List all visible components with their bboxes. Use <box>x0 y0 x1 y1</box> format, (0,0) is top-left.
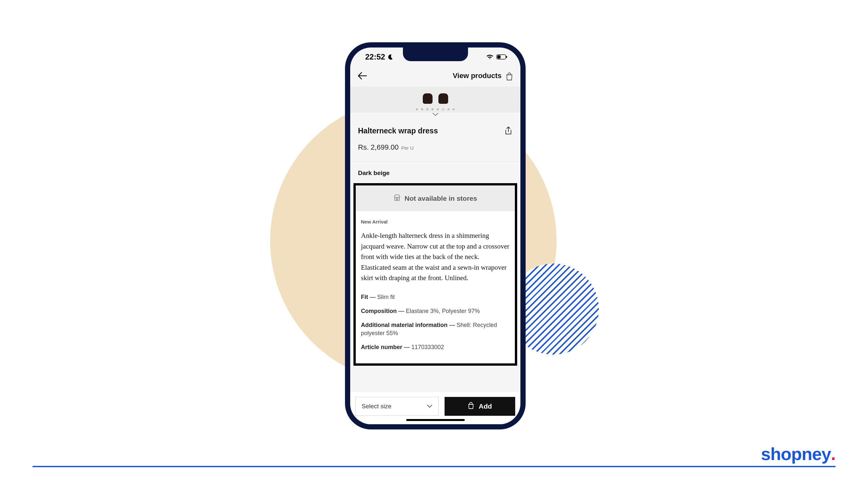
spec-article-label: Article number <box>361 344 402 350</box>
spec-composition-value: Elastane 3%, Polyester 97% <box>406 308 480 314</box>
add-button[interactable]: Add <box>444 397 516 416</box>
size-select-label: Select size <box>362 403 392 410</box>
product-title: Halterneck wrap dress <box>358 127 438 135</box>
battery-icon <box>496 54 507 60</box>
carousel-dot[interactable] <box>447 108 450 110</box>
carousel-dot[interactable] <box>426 108 428 110</box>
view-products-label[interactable]: View products <box>453 72 501 80</box>
chevron-down-icon <box>427 403 433 410</box>
do-not-disturb-icon <box>387 54 394 60</box>
bag-icon <box>468 402 474 411</box>
product-image-preview <box>423 93 448 104</box>
share-icon[interactable] <box>504 126 513 135</box>
carousel-dot-active[interactable] <box>442 108 444 110</box>
carousel-dot[interactable] <box>432 108 434 110</box>
svg-rect-2 <box>506 56 507 58</box>
size-select[interactable]: Select size <box>355 397 439 416</box>
highlighted-details-box: Not available in stores New Arrival Ankl… <box>353 183 517 366</box>
product-image[interactable] <box>350 87 520 112</box>
expand-image-chevron[interactable] <box>350 112 520 119</box>
availability-banner: Not available in stores <box>356 186 515 211</box>
spec-fit-label: Fit <box>361 294 368 300</box>
price-row: Rs. 2,699.00 Per U <box>350 137 520 153</box>
phone-screen: 22:52 View products <box>350 47 520 424</box>
carousel-dots[interactable] <box>416 108 455 110</box>
brand-underline <box>33 466 835 467</box>
home-indicator[interactable] <box>406 419 465 421</box>
carousel-dot[interactable] <box>421 108 423 110</box>
svg-rect-1 <box>497 55 501 59</box>
back-arrow-icon[interactable] <box>358 72 367 80</box>
spec-article: Article number — 1170333002 <box>361 343 510 351</box>
phone-notch <box>403 47 468 61</box>
spec-composition-label: Composition <box>361 308 397 314</box>
color-label: Dark beige <box>350 162 520 179</box>
wifi-icon <box>486 54 494 60</box>
spec-composition: Composition — Elastane 3%, Polyester 97% <box>361 307 510 315</box>
app-header: View products <box>350 66 520 87</box>
status-left: 22:52 <box>365 53 394 62</box>
add-button-label: Add <box>479 402 492 410</box>
price-unit: Per U <box>401 145 414 151</box>
status-time: 22:52 <box>365 53 385 62</box>
spec-article-value: 1170333002 <box>411 344 444 350</box>
store-icon <box>394 194 401 203</box>
availability-text: Not available in stores <box>405 195 477 202</box>
brand-logo: shopney. <box>752 444 835 464</box>
carousel-dot[interactable] <box>453 108 455 110</box>
spec-material: Additional material information — Shell:… <box>361 321 510 337</box>
spec-fit-value: Slim fit <box>377 294 395 300</box>
carousel-dot[interactable] <box>416 108 418 110</box>
status-right <box>486 54 507 60</box>
product-title-row: Halterneck wrap dress <box>350 119 520 137</box>
spec-material-label: Additional material information <box>361 322 447 328</box>
phone-mockup: 22:52 View products <box>345 42 526 429</box>
brand-dot: . <box>831 444 835 464</box>
new-arrival-badge: New Arrival <box>361 219 510 225</box>
product-price: Rs. 2,699.00 <box>358 143 399 152</box>
brand-name: shopney <box>761 444 831 464</box>
spec-fit: Fit — Slim fit <box>361 293 510 301</box>
details-section: New Arrival Ankle-length halterneck dres… <box>356 211 515 363</box>
carousel-dot[interactable] <box>437 108 439 110</box>
bag-icon[interactable] <box>505 72 513 82</box>
product-description: Ankle-length halterneck dress in a shimm… <box>361 230 510 283</box>
